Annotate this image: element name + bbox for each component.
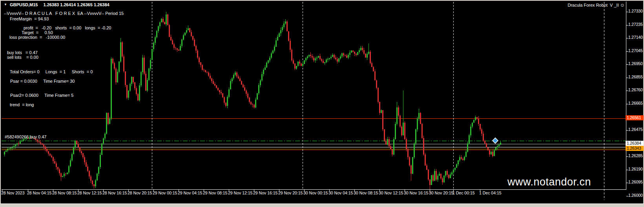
candle-body [221, 92, 222, 93]
candle-body [90, 176, 91, 181]
candle-body [421, 124, 423, 138]
candle-body [75, 141, 76, 147]
candle-body [98, 167, 99, 174]
stop-price-badge: 1.26343 [626, 146, 644, 151]
ea-comment-line: Psar2= 0.0600 Time Frame= 5 [10, 93, 73, 98]
candle-body [219, 90, 220, 93]
candle-body [236, 73, 237, 76]
candle-body [111, 59, 112, 118]
window-bottom-edge [0, 203, 644, 207]
candle-body [357, 52, 358, 55]
candle-body [260, 80, 261, 85]
candle-body [225, 103, 226, 106]
candle-body [59, 169, 60, 173]
candle-body [106, 113, 107, 134]
candle-body [123, 56, 124, 71]
candle-body [360, 48, 361, 50]
candle-body [271, 53, 272, 58]
candle-body [133, 77, 134, 82]
ea-comment-line: profit = -0.20 shorts = 0.00 longs = -0.… [24, 25, 111, 30]
candle-body [280, 30, 281, 34]
candle-body [194, 40, 195, 46]
candle-body [62, 176, 63, 176]
candle-body [319, 56, 321, 59]
candle-body [443, 176, 445, 182]
candle-body [130, 84, 131, 90]
candle-body [337, 59, 338, 62]
candle-body [481, 129, 482, 134]
candle-body [244, 87, 245, 91]
candle-body [359, 50, 360, 52]
candle-body [103, 138, 104, 143]
price-tick-label: 1.26000 [628, 193, 643, 198]
candle-body [192, 36, 193, 39]
candle-body [473, 120, 474, 123]
candle-body [412, 157, 413, 174]
chevron-down-icon[interactable]: ▼ [4, 3, 7, 6]
candle-body [178, 50, 179, 51]
candle-body [189, 28, 190, 32]
candle-body [445, 171, 446, 176]
ea-comment-line: Target = 0.50 [22, 30, 53, 35]
candle-body [491, 152, 492, 154]
candle-body [486, 143, 487, 148]
candle-body [54, 161, 55, 164]
time-axis-label: 30 Nov 20:15 [429, 191, 453, 195]
candle-body [205, 70, 206, 72]
candle-body [246, 91, 247, 94]
candle-body [315, 58, 316, 60]
candle-body [500, 143, 501, 145]
candle-body [423, 138, 424, 154]
candle-body [489, 150, 490, 154]
candle-body [450, 174, 451, 178]
candle-body [410, 165, 412, 174]
ea-comment-line: loss protection = -10000.00 [9, 35, 65, 40]
candle-body [250, 102, 252, 104]
candle-body [104, 134, 106, 138]
price-tick-label: 1.26475 [628, 127, 643, 132]
candle-body [404, 123, 405, 139]
candle-body [312, 56, 313, 58]
ea-comment-line: buy lots = 0.47 [7, 50, 38, 55]
candle-body [470, 127, 471, 135]
candle-body [288, 31, 289, 41]
candle-body [9, 149, 10, 149]
candle-body [211, 78, 212, 81]
time-axis-label: 29 Nov 16:15 [253, 191, 277, 195]
target-price-badge: 1.26561 [626, 115, 644, 120]
candle-body [476, 117, 478, 119]
price-tick-label: 1.26095 [628, 180, 643, 184]
candle-body [153, 43, 154, 49]
candle-body [35, 139, 36, 140]
time-axis-label: 28 Nov 08:15 [52, 191, 77, 195]
candle-body [120, 42, 121, 62]
candle-body [326, 60, 327, 62]
candle-body [53, 157, 54, 161]
candle-body [15, 145, 16, 146]
candle-body [255, 100, 256, 107]
candle-body [243, 85, 244, 87]
candle-body [425, 154, 426, 165]
candle-body [299, 62, 300, 64]
candle-body [112, 59, 113, 63]
candle-body [122, 42, 123, 56]
price-tick-label: 1.27140 [628, 35, 643, 40]
candle-body [81, 151, 82, 154]
candle-body [448, 175, 449, 178]
candle-body [363, 50, 365, 54]
watermark-text: www.notandor.cn [507, 176, 591, 188]
time-axis-label: 1 Dec 04:15 [479, 191, 502, 195]
chart-plot-area[interactable] [1, 1, 643, 203]
candle-body [343, 53, 344, 55]
candle-body [238, 76, 239, 78]
candle-body [462, 159, 463, 160]
candle-body [89, 171, 90, 176]
candle-body [266, 63, 267, 67]
candle-body [417, 118, 418, 129]
candle-body [87, 167, 88, 171]
candle-body [349, 53, 350, 55]
candle-body [467, 143, 468, 152]
candle-body [393, 139, 394, 154]
candle-body [57, 167, 58, 169]
candle-body [147, 80, 148, 91]
